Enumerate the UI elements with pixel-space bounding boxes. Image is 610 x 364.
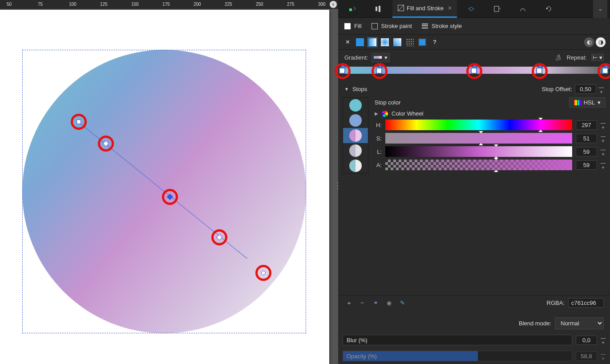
highlight-ring	[466, 63, 482, 79]
alpha-slider[interactable]	[385, 160, 572, 170]
sub-tab-label: Fill	[354, 23, 362, 29]
rgba-input[interactable]	[568, 298, 604, 308]
paint-unknown-button[interactable]: ?	[430, 37, 440, 47]
stroke-style-icon	[422, 23, 428, 29]
paint-meshgrad-button[interactable]	[392, 37, 402, 47]
alpha-input[interactable]: 59	[576, 160, 597, 170]
ruler-tick: 175	[162, 2, 170, 7]
stop-offset-stepper[interactable]: —＋	[599, 85, 604, 94]
ruler-tick: 75	[38, 2, 43, 7]
gradient-label: Gradient:	[344, 54, 368, 61]
close-tab-icon[interactable]: ×	[448, 4, 452, 12]
blend-mode-select[interactable]: Normal	[555, 317, 604, 329]
align-icon[interactable]	[367, 0, 390, 18]
lig-input[interactable]: 59	[576, 147, 597, 156]
sub-tab-row: Fill Stroke paint Stroke style	[338, 18, 610, 35]
stop-thumb[interactable]	[343, 143, 368, 158]
sat-slider[interactable]	[385, 133, 572, 144]
fill-square-icon	[344, 23, 351, 29]
svg-rect-0	[349, 8, 352, 11]
opacity-stepper[interactable]: —＋	[601, 352, 606, 360]
tab-label: Fill and Stroke	[407, 5, 444, 12]
blend-mode-row: Blend mode: Normal	[338, 315, 610, 332]
paint-radialgrad-button[interactable]	[380, 37, 390, 47]
color-picker-icon[interactable]: ✎	[398, 299, 407, 308]
stroke-paint-icon	[372, 23, 378, 29]
opacity-slider[interactable]: Opacity (%)	[343, 351, 572, 361]
sub-tab-fill[interactable]: Fill	[344, 23, 362, 29]
ruler-tick: 200	[194, 2, 201, 7]
dock-icon-layers[interactable]	[460, 0, 483, 18]
fill-rule-button-a[interactable]: ◐	[584, 37, 594, 47]
lig-slider[interactable]	[385, 146, 572, 157]
repeat-label: Repeat:	[566, 54, 587, 61]
highlight-ring	[532, 63, 548, 79]
ruler-tick: 225	[225, 2, 232, 7]
color-wheel-row[interactable]: ▶ Color Wheel	[375, 110, 606, 117]
add-stop-button[interactable]: ＋	[344, 299, 353, 308]
blend-mode-label: Blend mode:	[519, 320, 551, 327]
stop-offset-input[interactable]: 0,50	[575, 84, 596, 94]
gradient-select-row: Gradient: ▾ Repeat: ⊢ ▾	[338, 50, 610, 65]
blur-slider[interactable]: Blur (%)	[343, 335, 572, 345]
stop-thumb[interactable]	[343, 158, 368, 173]
paint-lineargrad-button[interactable]	[368, 37, 377, 47]
hue-label: H:	[375, 122, 382, 128]
opacity-input[interactable]: 58,8	[576, 352, 597, 361]
sub-tab-stroke-paint[interactable]: Stroke paint	[372, 23, 412, 29]
alpha-slider-row: A: 59 —＋	[375, 160, 606, 170]
artboard[interactable]	[0, 10, 329, 364]
blur-stepper[interactable]: —＋	[601, 336, 606, 344]
dock-icon-rotate[interactable]	[537, 0, 560, 18]
sub-tab-stroke-style[interactable]: Stroke style	[422, 23, 462, 29]
color-mode-value: HSL	[584, 99, 595, 106]
sat-label: S:	[375, 135, 382, 142]
highlight-ring	[335, 63, 351, 79]
hue-stepper[interactable]: —＋	[601, 120, 606, 129]
expand-tri-icon[interactable]: ▼	[344, 87, 349, 92]
hue-input[interactable]: 297	[576, 120, 597, 130]
blur-input[interactable]: 0,0	[576, 336, 597, 345]
alpha-label: A:	[375, 162, 382, 168]
repeat-mode-selector[interactable]: ⊢ ▾	[591, 54, 604, 61]
sat-stepper[interactable]: —＋	[601, 134, 606, 143]
paint-type-row: ✕ ? ◐ ◑	[338, 35, 610, 50]
svg-rect-1	[376, 7, 377, 11]
paint-none-button[interactable]: ✕	[343, 37, 352, 47]
lig-stepper[interactable]: —＋	[601, 147, 606, 156]
color-invert-icon[interactable]: ◉	[384, 299, 393, 308]
hue-slider[interactable]	[385, 120, 572, 130]
remove-stop-button[interactable]: −	[358, 299, 367, 308]
gradient-selector[interactable]: ▾	[372, 53, 390, 62]
stops-header-row: ▼ Stops Stop Offset: 0,50 —＋	[338, 83, 610, 96]
fill-rule-button-b[interactable]: ◑	[596, 37, 606, 47]
sub-tab-label: Stroke paint	[381, 23, 412, 29]
ruler-magnify-icon[interactable]: ⚲	[330, 1, 337, 8]
lig-slider-row: L: 59 —＋	[375, 146, 606, 157]
ruler-tick: 100	[69, 2, 77, 7]
color-manage-icon[interactable]: ⚭	[371, 299, 380, 308]
stop-thumb[interactable]	[343, 113, 368, 128]
paint-swatch-button[interactable]	[417, 37, 427, 47]
ruler-tick: 50	[7, 2, 12, 7]
canvas-area[interactable]: 50 75 100 125 150 175 200 225 250 275 30…	[0, 0, 338, 364]
gradient-bar[interactable]	[343, 67, 606, 79]
alpha-stepper[interactable]: —＋	[601, 160, 606, 169]
sat-input[interactable]: 51	[576, 134, 597, 143]
tab-fill-and-stroke[interactable]: Fill and Stroke ×	[392, 0, 457, 18]
color-mode-selector[interactable]: HSL ▾	[569, 97, 606, 108]
stop-thumb[interactable]	[343, 98, 368, 113]
rgba-label: RGBA:	[547, 300, 565, 306]
paint-pattern-button[interactable]	[405, 37, 415, 47]
tab-overflow-chevron[interactable]: ⌄	[593, 0, 607, 18]
svg-rect-3	[494, 6, 499, 12]
dock-icon-path[interactable]	[511, 0, 534, 18]
mirror-icon[interactable]	[555, 54, 562, 61]
dock-icon-1[interactable]	[341, 0, 364, 18]
ruler-tick: 150	[131, 2, 139, 7]
stop-thumb[interactable]	[343, 128, 368, 143]
paint-flat-button[interactable]	[355, 37, 365, 47]
blur-row: Blur (%) 0,0 —＋	[338, 332, 610, 348]
lig-label: L:	[375, 148, 382, 155]
dock-icon-export[interactable]	[485, 0, 509, 18]
